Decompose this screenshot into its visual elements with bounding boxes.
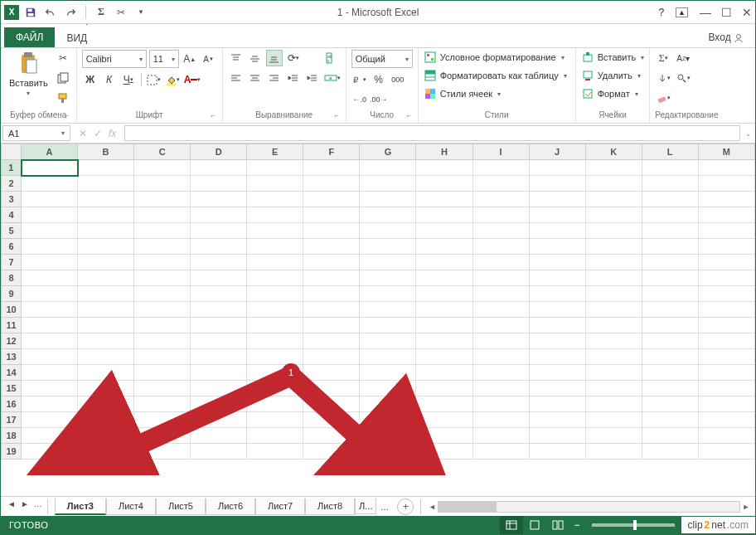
sheet-nav-prev-icon[interactable]: ► [19, 499, 31, 514]
cell-M16[interactable] [698, 396, 754, 412]
cell-J3[interactable] [529, 192, 585, 207]
cell-A8[interactable] [22, 270, 78, 286]
cell-J13[interactable] [529, 349, 585, 365]
cell-F7[interactable] [303, 255, 360, 270]
cell-A18[interactable] [22, 428, 78, 444]
cell-M3[interactable] [698, 192, 754, 207]
cell-B15[interactable] [78, 381, 134, 396]
col-header-J[interactable]: J [529, 144, 585, 160]
file-tab[interactable]: ФАЙЛ [4, 27, 55, 47]
col-header-B[interactable]: B [78, 144, 134, 160]
cell-F1[interactable] [303, 160, 360, 176]
cell-J14[interactable] [529, 365, 585, 381]
cell-E12[interactable] [247, 333, 303, 349]
col-header-D[interactable]: D [191, 144, 247, 160]
format-painter-button[interactable] [55, 90, 71, 106]
cell-C10[interactable] [134, 302, 191, 318]
cell-F17[interactable] [303, 412, 360, 428]
cell-K14[interactable] [585, 365, 642, 381]
cell-B4[interactable] [78, 207, 134, 223]
cell-I15[interactable] [472, 381, 529, 396]
cell-L15[interactable] [642, 381, 698, 396]
row-header-6[interactable]: 6 [2, 239, 22, 255]
cell-D6[interactable] [191, 239, 247, 255]
cell-D17[interactable] [191, 412, 247, 428]
cell-I13[interactable] [472, 349, 529, 365]
sheet-nav-first-icon[interactable]: ◄ [6, 499, 17, 514]
cell-M14[interactable] [698, 365, 754, 381]
cell-E5[interactable] [247, 223, 303, 239]
cell-K1[interactable] [585, 160, 642, 176]
cell-H2[interactable] [416, 176, 472, 192]
cell-G6[interactable] [360, 239, 416, 255]
cell-A1[interactable] [22, 160, 78, 176]
cell-G19[interactable] [360, 444, 416, 460]
cell-G9[interactable] [360, 286, 416, 302]
cell-C19[interactable] [134, 444, 191, 460]
sheet-tab-Лист3[interactable]: Лист3 [55, 499, 106, 515]
cell-A5[interactable] [22, 223, 78, 239]
name-box[interactable]: A1▾ [2, 125, 70, 141]
worksheet-grid[interactable]: ABCDEFGHIJKLM123456789101112131415161718… [1, 143, 755, 496]
cell-M5[interactable] [698, 223, 754, 239]
cell-D18[interactable] [191, 428, 247, 444]
sort-filter-button[interactable]: AZ▾ [675, 50, 691, 66]
number-format-selector[interactable]: Общий▾ [351, 50, 413, 68]
cell-C16[interactable] [134, 396, 191, 412]
sheet-tab-overflow[interactable]: Л... [355, 499, 376, 514]
cell-J8[interactable] [529, 270, 585, 286]
conditional-formatting-button[interactable]: Условное форматирование▾ [424, 50, 570, 65]
cell-L9[interactable] [642, 286, 698, 302]
row-header-7[interactable]: 7 [2, 255, 22, 270]
cell-G17[interactable] [360, 412, 416, 428]
sheet-overflow-left[interactable]: … [32, 499, 44, 514]
cell-M11[interactable] [698, 318, 754, 333]
increase-decimal-button[interactable]: ←.0 [351, 91, 368, 108]
cell-F16[interactable] [303, 396, 360, 412]
align-middle-button[interactable] [247, 50, 264, 66]
cell-D8[interactable] [191, 270, 247, 286]
select-all-button[interactable] [2, 144, 22, 160]
paste-button[interactable]: Вставить ▾ [6, 50, 51, 99]
cell-G7[interactable] [360, 255, 416, 270]
cell-J6[interactable] [529, 239, 585, 255]
col-header-A[interactable]: A [22, 144, 78, 160]
cell-M8[interactable] [698, 270, 754, 286]
cell-D5[interactable] [191, 223, 247, 239]
cell-D13[interactable] [191, 349, 247, 365]
cell-B5[interactable] [78, 223, 134, 239]
cell-I18[interactable] [472, 428, 529, 444]
cell-D1[interactable] [191, 160, 247, 176]
cell-K10[interactable] [585, 302, 642, 318]
sheet-tab-Лист4[interactable]: Лист4 [106, 499, 156, 515]
ribbon-options-icon[interactable]: ▲ [676, 7, 688, 17]
cell-D10[interactable] [191, 302, 247, 318]
minimize-button[interactable]: — [700, 6, 711, 19]
font-launcher-icon[interactable]: ⌐ [211, 111, 215, 119]
redo-icon[interactable] [64, 6, 77, 19]
cell-K2[interactable] [585, 176, 642, 192]
cell-J19[interactable] [529, 444, 585, 460]
cell-E19[interactable] [247, 444, 303, 460]
cell-L11[interactable] [642, 318, 698, 333]
cell-J16[interactable] [529, 396, 585, 412]
cell-B10[interactable] [78, 302, 134, 318]
cell-D15[interactable] [191, 381, 247, 396]
font-size-selector[interactable]: 11▾ [149, 50, 179, 68]
cell-M6[interactable] [698, 239, 754, 255]
cell-G16[interactable] [360, 396, 416, 412]
row-header-1[interactable]: 1 [2, 160, 22, 176]
cell-I1[interactable] [472, 160, 529, 176]
col-header-G[interactable]: G [360, 144, 416, 160]
cell-H13[interactable] [416, 349, 472, 365]
cell-H10[interactable] [416, 302, 472, 318]
cell-H3[interactable] [416, 192, 472, 207]
row-header-18[interactable]: 18 [2, 428, 22, 444]
cell-A17[interactable] [22, 412, 78, 428]
formula-input[interactable] [124, 125, 740, 141]
cell-J12[interactable] [529, 333, 585, 349]
cell-G5[interactable] [360, 223, 416, 239]
cell-B8[interactable] [78, 270, 134, 286]
cell-F11[interactable] [303, 318, 360, 333]
zoom-slider[interactable] [592, 523, 675, 527]
